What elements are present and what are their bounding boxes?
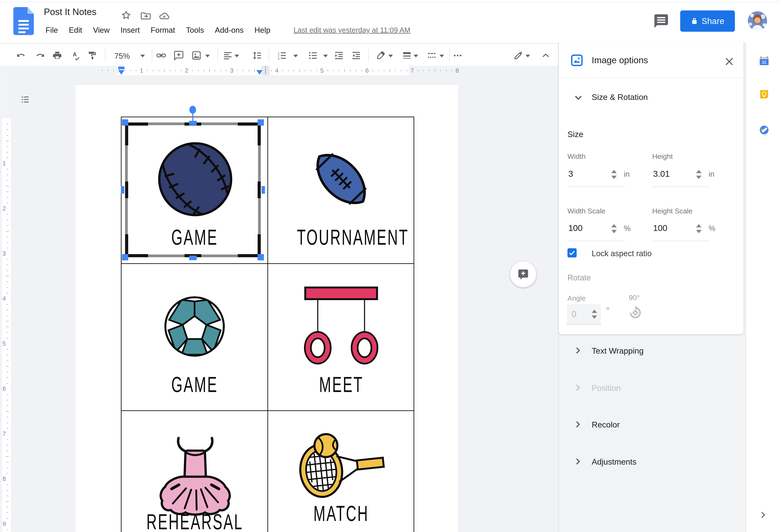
border-width-button[interactable] xyxy=(402,51,412,60)
resize-handle[interactable] xyxy=(121,186,124,194)
border-dash-button[interactable] xyxy=(427,51,437,60)
bulleted-list-button[interactable] xyxy=(308,51,318,60)
zoom-select[interactable]: 75% xyxy=(114,52,130,60)
border-dash-caret-icon[interactable] xyxy=(439,55,444,57)
last-edit-link[interactable]: Last edit was yesterday at 11:09 AM xyxy=(294,26,410,34)
line-spacing-button[interactable] xyxy=(252,51,262,60)
resize-handle[interactable] xyxy=(258,119,264,125)
menu-help[interactable]: Help xyxy=(251,24,274,36)
height-stepper[interactable] xyxy=(696,170,701,179)
add-comment-bubble[interactable] xyxy=(510,261,536,287)
redo-button[interactable] xyxy=(35,51,45,60)
numbered-list-caret-icon[interactable] xyxy=(293,55,298,57)
card-label: MATCH xyxy=(268,501,414,526)
rotate-handle[interactable] xyxy=(189,106,196,114)
menu-insert[interactable]: Insert xyxy=(117,24,143,36)
move-folder-icon[interactable] xyxy=(140,10,151,21)
ruler-number: 8 xyxy=(2,475,6,482)
left-indent-marker[interactable] xyxy=(118,70,125,75)
section-text-wrapping[interactable]: Text Wrapping xyxy=(592,346,644,356)
ruler-number: 6 xyxy=(2,385,6,392)
bulleted-list-caret-icon[interactable] xyxy=(323,55,328,57)
width-input[interactable]: 3 xyxy=(568,169,573,179)
align-button[interactable] xyxy=(223,51,233,60)
align-caret-icon[interactable] xyxy=(235,55,239,57)
ruler-number: 3 xyxy=(2,250,6,257)
height-scale-unit: % xyxy=(709,224,715,233)
print-button[interactable] xyxy=(52,51,62,60)
toolbar-separator xyxy=(368,49,369,62)
width-scale-stepper[interactable] xyxy=(611,224,617,233)
height-scale-stepper[interactable] xyxy=(696,224,701,233)
rotate-90-icon[interactable] xyxy=(627,305,643,321)
zoom-caret-icon[interactable] xyxy=(140,55,145,57)
editing-mode-button[interactable] xyxy=(514,51,523,60)
resize-handle[interactable] xyxy=(258,254,264,260)
collapse-rail-icon[interactable] xyxy=(758,510,769,520)
collapse-toolbar-button[interactable] xyxy=(541,51,551,60)
expand-section-icon[interactable] xyxy=(573,382,583,393)
section-recolor[interactable]: Recolor xyxy=(592,420,620,429)
resize-handle[interactable] xyxy=(189,256,197,260)
expand-section-icon[interactable] xyxy=(573,456,583,467)
image-selection-frame[interactable] xyxy=(125,122,261,257)
menu-file[interactable]: File xyxy=(42,24,61,36)
right-indent-marker[interactable] xyxy=(256,70,263,75)
decrease-indent-button[interactable] xyxy=(334,51,344,60)
numbered-list-button[interactable]: 123 xyxy=(277,51,287,60)
comments-icon[interactable] xyxy=(653,13,669,29)
expand-section-icon[interactable] xyxy=(573,345,583,356)
resize-handle[interactable] xyxy=(122,254,128,260)
expand-section-icon[interactable] xyxy=(573,419,583,430)
document-page[interactable]: GAME TOURNAMENT xyxy=(75,85,458,532)
width-scale-input[interactable]: 100 xyxy=(568,223,583,233)
angle-stepper[interactable] xyxy=(592,310,597,319)
docs-logo-icon[interactable] xyxy=(13,7,34,35)
horizontal-ruler[interactable]: 12345678 xyxy=(0,66,558,75)
size-rotation-heading[interactable]: Size & Rotation xyxy=(592,93,648,102)
user-avatar[interactable] xyxy=(748,11,767,31)
close-panel-icon[interactable] xyxy=(724,56,735,67)
height-label: Height xyxy=(652,152,673,160)
editing-mode-caret-icon[interactable] xyxy=(526,55,530,57)
insert-image-caret-icon[interactable] xyxy=(205,55,210,57)
menu-tools[interactable]: Tools xyxy=(183,24,207,36)
collapse-section-icon[interactable] xyxy=(573,92,584,103)
resize-handle[interactable] xyxy=(261,186,265,194)
height-scale-input[interactable]: 100 xyxy=(653,223,667,233)
increase-indent-button[interactable] xyxy=(351,51,361,60)
document-title[interactable]: Post It Notes xyxy=(44,7,96,17)
add-comment-button[interactable] xyxy=(174,51,184,60)
google-keep-icon[interactable] xyxy=(759,89,769,100)
spell-check-button[interactable] xyxy=(70,51,80,60)
star-icon[interactable] xyxy=(121,10,132,21)
first-line-indent-marker[interactable] xyxy=(118,66,125,69)
menu-edit[interactable]: Edit xyxy=(65,24,86,36)
border-color-button[interactable] xyxy=(376,51,386,60)
share-button[interactable]: Share xyxy=(680,10,735,32)
width-stepper[interactable] xyxy=(611,170,617,179)
more-options-button[interactable] xyxy=(453,51,462,60)
vertical-ruler[interactable]: 123456789 xyxy=(0,75,11,532)
menu-addons[interactable]: Add-ons xyxy=(211,24,247,36)
paint-format-button[interactable] xyxy=(88,51,97,60)
insert-image-button[interactable] xyxy=(191,51,201,60)
ruler-number: 7 xyxy=(2,430,6,437)
insert-link-button[interactable] xyxy=(156,51,166,60)
angle-input[interactable]: 0 xyxy=(567,304,601,325)
document-canvas[interactable]: GAME TOURNAMENT xyxy=(11,75,558,532)
undo-button[interactable] xyxy=(16,51,26,60)
google-calendar-icon[interactable]: 31 xyxy=(759,55,769,66)
height-input[interactable]: 3.01 xyxy=(653,169,670,179)
menu-format[interactable]: Format xyxy=(147,24,178,36)
menu-view[interactable]: View xyxy=(90,24,113,36)
border-width-caret-icon[interactable] xyxy=(413,55,418,57)
google-tasks-icon[interactable] xyxy=(759,125,769,135)
lock-aspect-ratio-checkbox[interactable] xyxy=(568,248,577,257)
border-color-caret-icon[interactable] xyxy=(388,55,393,57)
resize-handle[interactable] xyxy=(122,119,128,125)
document-outline-button[interactable] xyxy=(20,95,33,107)
cloud-saved-icon[interactable] xyxy=(159,10,169,21)
section-adjustments[interactable]: Adjustments xyxy=(592,457,637,467)
width-scale-unit: % xyxy=(624,224,631,233)
